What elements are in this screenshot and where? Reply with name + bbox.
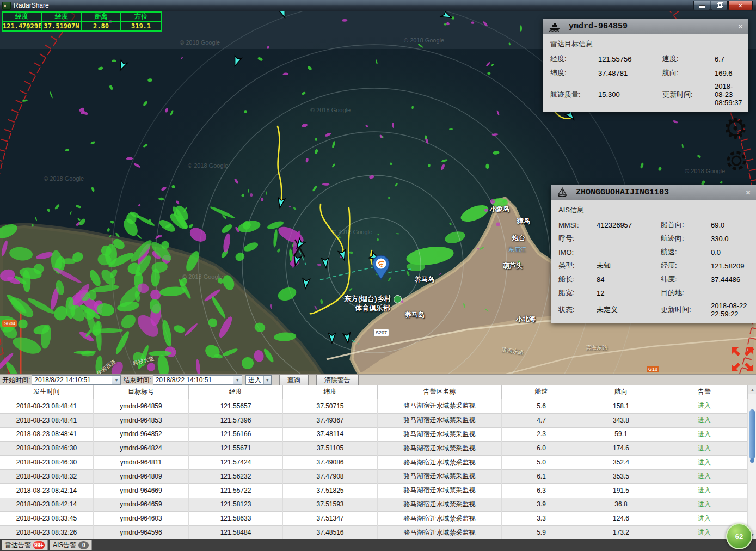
close-button[interactable]: ✕ <box>728 1 753 10</box>
cell: 5.0 <box>502 455 581 470</box>
restore-button[interactable] <box>711 1 728 10</box>
alarm-enter-link[interactable]: 进入 <box>698 444 711 453</box>
close-icon[interactable]: ✕ <box>738 21 743 32</box>
alarm-enter-link[interactable]: 进入 <box>698 472 711 481</box>
ais-popup-title: ZHONGGUOHAIJING1103 <box>576 188 669 197</box>
cell: ymdrd-964596 <box>94 525 189 540</box>
cell: ymdrd-964852 <box>94 427 189 442</box>
alarm-enter-link[interactable]: 进入 <box>698 458 711 467</box>
cell: 骆马湖宿迁水域禁采监视 <box>378 399 502 414</box>
map-viewport[interactable]: 小象岛獐岛炮台东庙江葫芦头养马岛养马岛小北海滨海东路滨海东路科技大道学府西路S2… <box>0 11 756 374</box>
zoom-level-badge[interactable]: 62 <box>726 523 752 549</box>
alarm-table-body: 2018-08-23 08:48:41ymdrd-964859121.55657… <box>0 399 748 540</box>
table-scrollbar[interactable]: ▲ ▼ <box>748 385 756 539</box>
chevron-down-icon[interactable]: ▼ <box>263 376 271 384</box>
radar-target-popup: ymdrd-964859 ✕ 雷达目标信息 经度:121.55756 速度:6.… <box>543 19 748 112</box>
ais-alarm-count-badge: 0 <box>78 541 89 549</box>
cell: 173.2 <box>581 525 661 540</box>
table-row[interactable]: 2018-08-23 08:33:45ymdrd-964603121.58633… <box>0 511 748 525</box>
col-longitude: 经度 <box>189 385 283 399</box>
cell: 121.55657 <box>189 399 283 414</box>
table-row[interactable]: 2018-08-23 08:46:30ymdrd-964824121.55671… <box>0 441 748 455</box>
ais-popup-titlebar[interactable]: ZHONGGUOHAIJING1103 ✕ <box>551 185 756 200</box>
cell: 352.4 <box>581 455 661 470</box>
cell: 37.49367 <box>283 413 378 428</box>
readout-header: 经度 <box>41 11 82 22</box>
scrollbar-thumb[interactable] <box>749 409 755 460</box>
alarm-type-select[interactable]: 进入 ▼ <box>245 375 272 385</box>
cell: 3.3 <box>502 511 581 526</box>
alarm-enter-link[interactable]: 进入 <box>698 514 711 523</box>
cell: 6.3 <box>502 483 581 498</box>
cell: 进入 <box>661 441 748 456</box>
query-button[interactable]: 查询 <box>279 375 309 385</box>
close-icon: ✕ <box>738 3 742 9</box>
alarm-enter-link[interactable]: 进入 <box>698 528 711 537</box>
alarm-enter-link[interactable]: 进入 <box>698 401 711 411</box>
start-time-label: 开始时间: <box>2 376 30 385</box>
cell: ymdrd-964669 <box>94 483 189 498</box>
settings-gear-icon[interactable]: ⚙ <box>723 114 748 143</box>
table-row[interactable]: 2018-08-23 08:32:26ymdrd-964596121.58484… <box>0 525 748 540</box>
cell: 158.1 <box>581 399 661 414</box>
cell: 2018-08-23 08:46:30 <box>0 441 94 456</box>
chevron-down-icon[interactable]: ▼ <box>112 376 120 384</box>
col-target-id: 目标标号 <box>94 385 189 399</box>
alarm-enter-link[interactable]: 进入 <box>698 500 711 509</box>
table-row[interactable]: 2018-08-23 08:48:41ymdrd-964853121.57396… <box>0 413 748 427</box>
cell: 37.49086 <box>283 455 378 470</box>
cell: 4.7 <box>502 413 581 428</box>
cell: 36.8 <box>581 498 661 512</box>
cell: 3.9 <box>502 498 581 512</box>
status-bar: 雷达告警 99+ AIS告警 0 <box>0 539 756 551</box>
scroll-up-icon[interactable]: ▲ <box>748 385 756 394</box>
tab-radar-alarms[interactable]: 雷达告警 99+ <box>2 540 48 550</box>
chevron-down-icon[interactable]: ▼ <box>233 376 242 384</box>
ais-popup: ZHONGGUOHAIJING1103 ✕ AIS信息 MMSI:4123269… <box>551 185 756 323</box>
cell: 骆马湖宿迁水域禁采监视 <box>378 441 502 456</box>
close-icon[interactable]: ✕ <box>746 187 751 198</box>
cell: 37.51347 <box>283 511 378 526</box>
table-row[interactable]: 2018-08-23 08:48:32ymdrd-964809121.56232… <box>0 469 748 483</box>
cell: 2018-08-23 08:48:32 <box>0 469 94 484</box>
cell: 37.48516 <box>283 525 378 540</box>
cell: ymdrd-964603 <box>94 511 189 526</box>
alarm-table-header: 发生时间 目标标号 经度 纬度 告警区名称 船速 航向 告警 <box>0 385 748 399</box>
window-title: RadarShare <box>14 2 49 9</box>
cell: 骆马湖宿迁水域禁采监视 <box>378 483 502 498</box>
cell: 骆马湖宿迁水域禁采监视 <box>378 511 502 526</box>
cell: 2.3 <box>502 427 581 442</box>
table-row[interactable]: 2018-08-23 08:46:30ymdrd-964811121.57424… <box>0 455 748 469</box>
minimize-button[interactable] <box>693 1 710 10</box>
alarm-enter-link[interactable]: 进入 <box>698 430 711 439</box>
tab-ais-alarms[interactable]: AIS告警 0 <box>50 540 92 550</box>
cell: 343.8 <box>581 413 661 428</box>
cell: 进入 <box>661 427 748 442</box>
cell: 6.0 <box>502 441 581 456</box>
restore-icon <box>717 3 722 8</box>
cell: 353.5 <box>581 469 661 484</box>
end-time-picker[interactable]: 2018/8/22 14:10:51 ▼ <box>153 375 242 385</box>
cell: ymdrd-964824 <box>94 441 189 456</box>
cell: 121.56232 <box>189 469 283 484</box>
cell: 骆马湖宿迁水域禁采监视 <box>378 455 502 470</box>
ais-popup-section: AIS信息 <box>558 205 748 215</box>
table-row[interactable]: 2018-08-23 08:48:41ymdrd-964859121.55657… <box>0 399 748 413</box>
col-alarm: 告警 <box>661 385 748 399</box>
app-icon <box>2 2 11 10</box>
table-row[interactable]: 2018-08-23 08:48:41ymdrd-964852121.56166… <box>0 427 748 442</box>
table-row[interactable]: 2018-08-23 08:42:14ymdrd-964659121.58123… <box>0 498 748 512</box>
radar-popup-titlebar[interactable]: ymdrd-964859 ✕ <box>543 19 748 34</box>
gear-outline-icon[interactable] <box>724 148 749 175</box>
cell: 2018-08-23 08:42:14 <box>0 483 94 498</box>
cell: 2018-08-23 08:48:41 <box>0 413 94 428</box>
alarm-enter-link[interactable]: 进入 <box>698 486 711 495</box>
table-row[interactable]: 2018-08-23 08:42:14ymdrd-964669121.55722… <box>0 483 748 498</box>
clear-alarms-button[interactable]: 清除警告 <box>316 375 359 385</box>
alarm-enter-link[interactable]: 进入 <box>698 415 711 425</box>
cell: 进入 <box>661 413 748 428</box>
radarshare-window: { "window": { "title": "RadarShare" }, "… <box>0 0 756 551</box>
start-time-picker[interactable]: 2018/8/22 14:10:51 ▼ <box>32 375 121 385</box>
end-time-label: 结束时间: <box>123 376 151 385</box>
cell: 6.1 <box>502 469 581 484</box>
